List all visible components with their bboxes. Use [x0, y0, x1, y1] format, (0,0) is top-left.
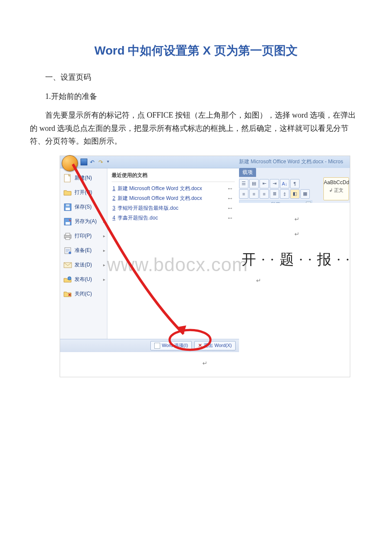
align-left-icon[interactable]: ≡ — [239, 189, 248, 199]
close-icon: ✕ — [198, 343, 202, 348]
indent-decrease-icon[interactable]: ⇤ — [259, 179, 269, 188]
folder-open-icon — [63, 188, 72, 197]
document-body: ↵ ↵ 开 · · 题 · · 报 · · ↵ — [239, 203, 350, 377]
recent-header: 最近使用的文档 — [112, 171, 235, 182]
publish-icon — [63, 275, 72, 284]
menu-saveas[interactable]: 另存为(A) ▸ — [60, 214, 107, 229]
exit-word-button[interactable]: ✕ 退出 Word(X) — [194, 341, 236, 350]
ribbon-fragment: 载项 ☰ ▤ ⇤ ⇥ A↓ ¶ ≡ ≡ ≡ ≣ ‡ ◧ ▦ 段落 — [239, 168, 350, 203]
line-spacing-icon[interactable]: ‡ — [280, 189, 289, 199]
svg-rect-8 — [66, 237, 70, 240]
menu-open[interactable]: 打开(O) — [60, 185, 107, 200]
svg-point-12 — [68, 277, 71, 280]
recent-item[interactable]: 2 新建 Microsoft Office Word 文档.docx ⊷ — [112, 194, 235, 203]
align-justify-icon[interactable]: ≣ — [270, 189, 279, 199]
document-heading-text: 开 · · 题 · · 报 · · — [242, 250, 350, 269]
body-paragraph: 首先要显示所有的标记符，点 OFFICE 按钮（左上角那个，如图），选择 wor… — [30, 109, 362, 148]
menu-print[interactable]: 打印(P) ▸ — [60, 229, 107, 243]
submenu-arrow-icon: ▸ — [103, 219, 105, 224]
align-right-icon[interactable]: ≡ — [259, 189, 269, 199]
word-options-button[interactable]: Word 选项(I) — [150, 341, 192, 350]
office-menu-left: 新建(N) 打开(O) 保存(S) — [60, 168, 107, 339]
align-center-icon[interactable]: ≡ — [249, 189, 259, 199]
step-heading: 1.开始前的准备 — [30, 90, 362, 103]
pin-icon[interactable]: ⊷ — [228, 196, 234, 201]
submenu-arrow-icon: ▸ — [103, 277, 105, 282]
pin-icon[interactable]: ⊷ — [228, 186, 234, 191]
list-number-icon[interactable]: ▤ — [249, 179, 259, 188]
redo-icon[interactable]: ↷ — [98, 159, 104, 165]
quick-access-toolbar: ↶ ↷ ▾ — [81, 159, 113, 165]
sort-icon[interactable]: A↓ — [280, 179, 289, 188]
svg-point-10 — [69, 251, 71, 254]
ribbon-tab[interactable]: 载项 — [239, 168, 256, 177]
shading-icon[interactable]: ◧ — [290, 189, 300, 199]
screenshot-figure: ↶ ↷ ▾ 新建 Microsoft Office Word 文档.docx -… — [60, 156, 350, 377]
recent-documents-panel: 最近使用的文档 1 新建 Microsoft Office Word 文档.do… — [107, 168, 239, 339]
svg-rect-5 — [66, 222, 70, 225]
show-marks-icon[interactable]: ¶ — [290, 179, 300, 188]
svg-rect-7 — [66, 233, 70, 235]
paragraph-mark-icon: ↵ — [256, 277, 350, 284]
recent-item[interactable]: 1 新建 Microsoft Office Word 文档.docx ⊷ — [112, 184, 235, 194]
send-mail-icon — [63, 261, 72, 269]
submenu-arrow-icon: ▸ — [103, 234, 105, 238]
menu-prepare[interactable]: 准备(E) ▸ — [60, 243, 107, 258]
office-button[interactable] — [62, 155, 78, 171]
pin-icon[interactable]: ⊷ — [228, 206, 234, 211]
saveas-icon — [63, 217, 72, 226]
list-bullet-icon[interactable]: ☰ — [239, 179, 248, 188]
window-title: 新建 Microsoft Office Word 文档.docx - Micro… — [239, 158, 350, 165]
style-normal[interactable]: AaBbCcDd ↲ 正文 — [323, 177, 349, 200]
style-sample: AaBbCcDd — [324, 179, 349, 185]
save-icon[interactable] — [81, 159, 87, 165]
recent-item[interactable]: 3 李鲲玲开题报告最终版.doc ⊷ — [112, 203, 235, 213]
printer-icon — [63, 232, 72, 240]
page-title: Word 中如何设置第 X 页为第一页图文 — [30, 43, 362, 59]
office-menu-footer: Word 选项(I) ✕ 退出 Word(X) — [60, 339, 239, 352]
submenu-arrow-icon: ▸ — [103, 263, 105, 267]
prepare-icon — [63, 246, 72, 255]
recent-item[interactable]: 4 李鑫开题报告.doc ⊷ — [112, 213, 235, 223]
office-menu: 新建(N) 打开(O) 保存(S) — [60, 168, 239, 339]
undo-icon[interactable]: ↶ — [90, 159, 96, 165]
borders-icon[interactable]: ▦ — [300, 189, 310, 199]
indent-increase-icon[interactable]: ⇥ — [270, 179, 279, 188]
menu-new[interactable]: 新建(N) — [60, 171, 107, 185]
paragraph-mark-icon: ↵ — [294, 231, 350, 238]
section-heading: 一、设置页码 — [30, 71, 362, 84]
menu-close[interactable]: 关闭(C) — [60, 287, 107, 301]
menu-send[interactable]: 发送(D) ▸ — [60, 258, 107, 272]
style-label: ↲ 正文 — [324, 187, 349, 194]
new-file-icon — [63, 174, 72, 182]
paragraph-mark-icon: ↵ — [294, 216, 350, 223]
options-icon — [154, 343, 160, 349]
pin-icon[interactable]: ⊷ — [228, 216, 234, 220]
menu-save[interactable]: 保存(S) — [60, 200, 107, 214]
close-file-icon — [63, 290, 72, 298]
svg-rect-3 — [66, 204, 69, 206]
menu-publish[interactable]: 发布(U) ▸ — [60, 272, 107, 287]
svg-rect-2 — [66, 208, 70, 210]
submenu-arrow-icon: ▸ — [103, 248, 105, 253]
qat-more-icon[interactable]: ▾ — [107, 159, 113, 165]
title-bar: ↶ ↷ ▾ 新建 Microsoft Office Word 文档.docx -… — [60, 156, 350, 168]
save-disk-icon — [63, 203, 72, 211]
